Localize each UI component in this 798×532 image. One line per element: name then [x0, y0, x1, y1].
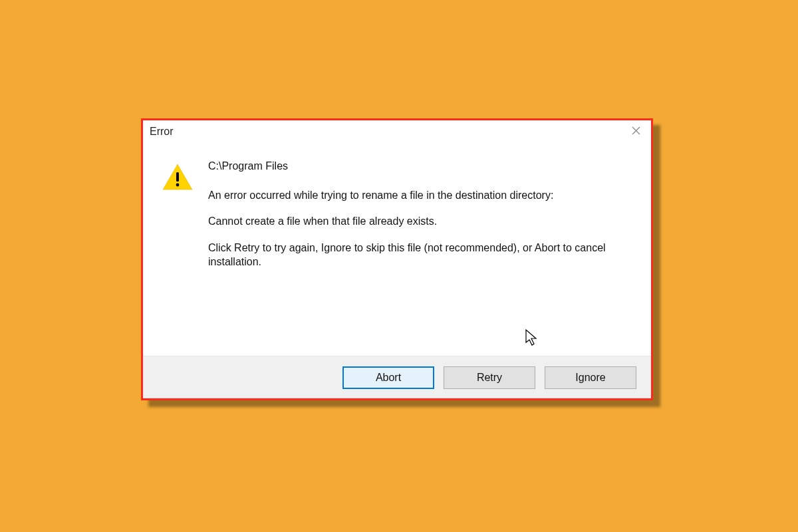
content-area: C:\Program Files An error occurred while…	[143, 143, 651, 356]
ignore-button[interactable]: Ignore	[545, 366, 636, 389]
close-button[interactable]	[626, 124, 646, 140]
error-message-2: Cannot create a file when that file alre…	[208, 214, 632, 229]
error-message-1: An error occurred while trying to rename…	[208, 188, 632, 203]
close-icon	[632, 126, 640, 138]
svg-rect-3	[176, 172, 179, 182]
abort-button[interactable]: Abort	[342, 366, 434, 389]
error-dialog: Error C:\Program Files An error occur	[141, 118, 653, 400]
error-message-3: Click Retry to try again, Ignore to skip…	[208, 241, 632, 269]
message-column: C:\Program Files An error occurred while…	[208, 159, 632, 342]
dialog-title: Error	[150, 126, 174, 138]
titlebar[interactable]: Error	[143, 120, 651, 143]
icon-column	[162, 159, 208, 342]
error-path: C:\Program Files	[208, 159, 632, 174]
svg-point-4	[176, 184, 180, 187]
warning-icon	[162, 182, 194, 193]
button-bar: Abort Retry Ignore	[143, 356, 651, 398]
retry-button[interactable]: Retry	[444, 366, 535, 389]
